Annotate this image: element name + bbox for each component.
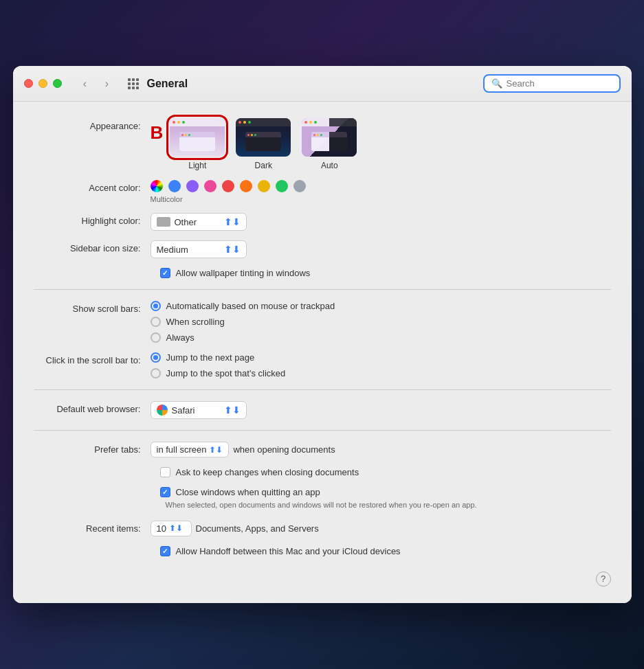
- search-box[interactable]: 🔍: [483, 74, 621, 93]
- scroll-bar-click-radio-group: Jump to the next page Jump to the spot t…: [151, 352, 286, 378]
- wallpaper-tinting-checkbox-row: ✓ Allow wallpaper tinting in windows: [160, 268, 311, 278]
- scroll-auto-label: Automatically based on mouse or trackpad: [166, 301, 335, 311]
- appearance-thumb-dark[interactable]: [236, 118, 291, 157]
- content-area: Appearance: B: [13, 102, 632, 602]
- back-button[interactable]: ‹: [76, 74, 95, 93]
- recent-items-suffix: Documents, Apps, and Servers: [196, 523, 319, 534]
- forward-button[interactable]: ›: [98, 74, 117, 93]
- prefer-tabs-controls: in full screen ⬆⬇ when opening documents: [151, 442, 335, 457]
- appearance-row: Appearance: B: [34, 118, 611, 170]
- jump-next-page-dot: [153, 355, 158, 360]
- default-browser-value: Safari: [172, 405, 195, 416]
- scroll-auto-dot: [153, 304, 158, 308]
- recent-items-label: Recent items:: [34, 521, 151, 534]
- highlight-label: Highlight color:: [34, 213, 151, 226]
- recent-items-value: 10: [157, 523, 166, 534]
- accent-multicolor[interactable]: [151, 180, 163, 192]
- scroll-bars-radio-group: Automatically based on mouse or trackpad…: [151, 301, 335, 343]
- appearance-label: Appearance:: [34, 118, 151, 131]
- checkmark-icon: ✓: [162, 269, 168, 277]
- close-windows-row: ✓ Close windows when quitting an app Whe…: [160, 487, 611, 510]
- appearance-thumb-light[interactable]: [170, 118, 225, 157]
- default-browser-dropdown[interactable]: Safari ⬆⬇: [151, 401, 247, 419]
- sidebar-icon-size-arrow: ⬆⬇: [224, 244, 241, 255]
- default-browser-label: Default web browser:: [34, 401, 151, 414]
- handoff-row: ✓ Allow Handoff between this Mac and you…: [160, 546, 611, 556]
- jump-next-page-row: Jump to the next page: [151, 352, 286, 363]
- ask-keep-changes-checkbox[interactable]: [160, 467, 170, 477]
- ask-keep-changes-label: Ask to keep changes when closing documen…: [176, 467, 359, 477]
- jump-spot-radio[interactable]: [151, 368, 161, 378]
- handoff-checkmark: ✓: [162, 547, 168, 555]
- default-browser-arrow: ⬆⬇: [224, 405, 241, 416]
- recent-items-arrow: ⬆⬇: [169, 523, 183, 533]
- highlight-value: Other: [175, 217, 197, 227]
- wallpaper-tinting-checkbox[interactable]: ✓: [160, 268, 170, 278]
- appearance-label-light: Light: [188, 161, 206, 170]
- scroll-when-scrolling-radio[interactable]: [151, 317, 161, 327]
- appearance-option-auto[interactable]: Auto: [302, 118, 357, 170]
- minimize-button[interactable]: [38, 79, 47, 88]
- handoff-label: Allow Handoff between this Mac and your …: [176, 546, 401, 556]
- close-windows-helper: When selected, open documents and window…: [166, 500, 477, 510]
- prefer-tabs-suffix: when opening documents: [233, 444, 335, 455]
- scroll-always-radio[interactable]: [151, 332, 161, 343]
- recent-items-row: Recent items: 10 ⬆⬇ Documents, Apps, and…: [34, 521, 611, 536]
- nav-buttons: ‹ ›: [76, 74, 117, 93]
- titlebar: ‹ › General 🔍: [13, 66, 632, 102]
- appearance-label-dark: Dark: [255, 161, 272, 170]
- preferences-window: ‹ › General 🔍 Appearance: B: [13, 66, 632, 602]
- handoff-checkbox[interactable]: ✓: [160, 546, 170, 556]
- ask-keep-changes-row: Ask to keep changes when closing documen…: [160, 467, 611, 477]
- close-windows-label: Close windows when quitting an app: [176, 487, 320, 497]
- close-button[interactable]: [24, 79, 33, 88]
- scroll-auto-radio[interactable]: [151, 301, 161, 311]
- accent-yellow[interactable]: [258, 180, 270, 192]
- scroll-when-scrolling-row: When scrolling: [151, 317, 335, 327]
- close-windows-checkbox[interactable]: ✓: [160, 487, 170, 497]
- accent-orange[interactable]: [240, 180, 252, 192]
- prefer-tabs-arrow: ⬆⬇: [209, 445, 223, 455]
- highlight-dropdown-arrow: ⬆⬇: [224, 216, 241, 227]
- highlight-color-box: [157, 217, 170, 227]
- accent-blue[interactable]: [168, 180, 181, 192]
- help-area: ?: [34, 566, 611, 587]
- prefer-tabs-value: in full screen: [157, 444, 207, 455]
- search-input[interactable]: [507, 78, 603, 89]
- appearance-options: Light: [170, 118, 357, 170]
- scroll-auto-row: Automatically based on mouse or trackpad: [151, 301, 335, 311]
- jump-spot-row: Jump to the spot that's clicked: [151, 368, 286, 378]
- jump-next-page-radio[interactable]: [151, 352, 161, 363]
- jump-next-page-label: Jump to the next page: [166, 352, 255, 363]
- accent-red[interactable]: [222, 180, 234, 192]
- accent-green[interactable]: [276, 180, 288, 192]
- handoff-checkbox-row: ✓ Allow Handoff between this Mac and you…: [160, 546, 401, 556]
- fullscreen-button[interactable]: [53, 79, 62, 88]
- close-windows-checkmark: ✓: [162, 488, 168, 496]
- accent-graphite[interactable]: [293, 180, 306, 192]
- sidebar-icon-size-dropdown[interactable]: Medium ⬆⬇: [151, 240, 247, 258]
- appearance-thumb-auto[interactable]: [302, 118, 357, 157]
- highlight-color-row: Highlight color: Other ⬆⬇: [34, 213, 611, 231]
- window-title: General: [147, 78, 475, 90]
- appearance-label-auto: Auto: [321, 161, 338, 170]
- prefer-tabs-dropdown[interactable]: in full screen ⬆⬇: [151, 442, 230, 457]
- sidebar-icon-size-label: Sidebar icon size:: [34, 240, 151, 253]
- accent-pink[interactable]: [204, 180, 216, 192]
- accent-purple[interactable]: [186, 180, 199, 192]
- appearance-option-dark[interactable]: Dark: [236, 118, 291, 170]
- scroll-always-row: Always: [151, 332, 335, 343]
- default-browser-row: Default web browser: Safari ⬆⬇: [34, 401, 611, 419]
- recent-items-dropdown[interactable]: 10 ⬆⬇: [151, 521, 192, 536]
- ask-keep-changes-checkbox-row: Ask to keep changes when closing documen…: [160, 467, 359, 477]
- divider-2: [34, 389, 611, 390]
- scroll-bars-label: Show scroll bars:: [34, 301, 151, 314]
- prefer-tabs-row: Prefer tabs: in full screen ⬆⬇ when open…: [34, 442, 611, 457]
- divider-1: [34, 289, 611, 290]
- highlight-dropdown[interactable]: Other ⬆⬇: [151, 213, 247, 231]
- search-icon: 🔍: [491, 78, 502, 89]
- appearance-option-light[interactable]: Light: [170, 118, 225, 170]
- accent-current-name: Multicolor: [151, 195, 306, 203]
- help-button[interactable]: ?: [596, 571, 611, 587]
- grid-icon[interactable]: [128, 78, 139, 89]
